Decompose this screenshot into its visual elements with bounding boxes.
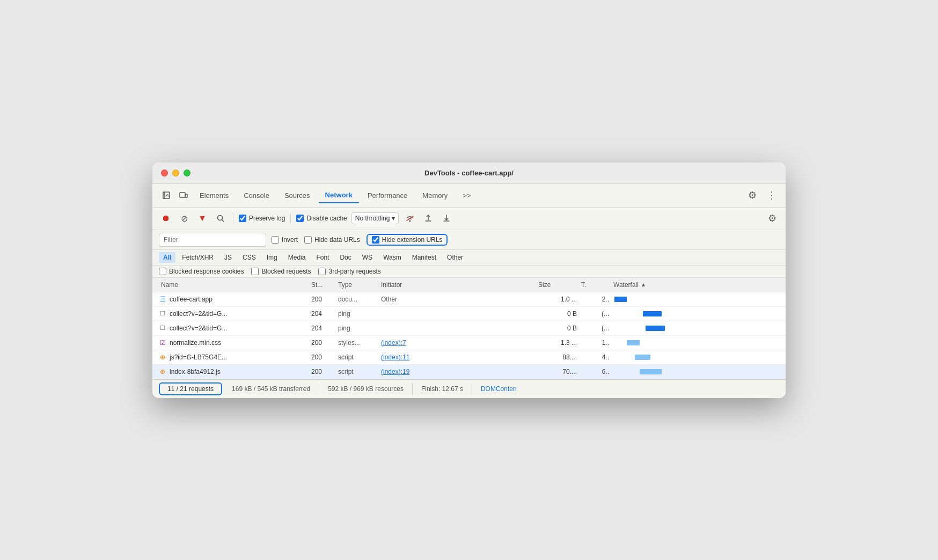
blocked-requests-label[interactable]: Blocked requests bbox=[251, 268, 311, 275]
throttle-chevron-icon: ▾ bbox=[392, 215, 395, 222]
tab-memory[interactable]: Memory bbox=[416, 188, 454, 203]
type-js[interactable]: JS bbox=[220, 252, 236, 263]
tab-console[interactable]: Console bbox=[237, 188, 276, 203]
waterfall-cell bbox=[611, 310, 768, 318]
maximize-button[interactable] bbox=[184, 170, 190, 176]
type-media[interactable]: Media bbox=[284, 252, 310, 263]
row-size: 1.3 ... bbox=[536, 339, 579, 347]
row-status: 204 bbox=[309, 310, 336, 318]
search-icon[interactable] bbox=[214, 211, 228, 225]
blocked-requests-checkbox[interactable] bbox=[251, 268, 259, 275]
svg-rect-3 bbox=[185, 194, 187, 197]
cursor-icon[interactable] bbox=[159, 188, 174, 203]
waterfall-cell bbox=[611, 338, 768, 347]
disable-cache-checkbox[interactable] bbox=[296, 215, 304, 222]
row-name-cell: ⊕ index-8bfa4912.js bbox=[159, 368, 309, 375]
tab-performance[interactable]: Performance bbox=[361, 188, 414, 203]
separator2 bbox=[290, 213, 291, 224]
type-ws[interactable]: WS bbox=[358, 252, 377, 263]
upload-icon[interactable] bbox=[421, 211, 435, 225]
row-status: 200 bbox=[309, 353, 336, 361]
row-name-cell: ☰ coffee-cart.app bbox=[159, 296, 309, 303]
close-button[interactable] bbox=[161, 170, 168, 176]
type-css[interactable]: CSS bbox=[238, 252, 260, 263]
col-size[interactable]: Size bbox=[536, 281, 579, 289]
row-time: (... bbox=[579, 325, 611, 332]
preserve-log-label[interactable]: Preserve log bbox=[239, 215, 285, 222]
type-doc[interactable]: Doc bbox=[335, 252, 355, 263]
resources-size: 592 kB / 969 kB resources bbox=[319, 383, 413, 395]
tab-network[interactable]: Network bbox=[319, 188, 359, 203]
network-table: ☰ coffee-cart.app 200 docu... Other 1.0 … bbox=[152, 292, 786, 379]
tab-elements[interactable]: Elements bbox=[193, 188, 235, 203]
title-bar: DevTools - coffee-cart.app/ bbox=[152, 163, 786, 184]
row-initiator[interactable]: (index):7 bbox=[379, 339, 536, 347]
table-row[interactable]: ☐ collect?v=2&tid=G... 204 ping 0 B (... bbox=[152, 321, 786, 336]
hide-data-urls-checkbox[interactable] bbox=[304, 236, 312, 244]
invert-checkbox[interactable] bbox=[272, 236, 279, 244]
invert-label[interactable]: Invert bbox=[272, 236, 298, 244]
row-filename: normalize.min.css bbox=[170, 339, 221, 347]
col-type[interactable]: Type bbox=[336, 281, 379, 289]
network-settings-icon[interactable]: ⚙ bbox=[765, 211, 779, 225]
col-waterfall[interactable]: Waterfall ▲ bbox=[611, 281, 768, 289]
row-size: 0 B bbox=[536, 310, 579, 318]
table-row[interactable]: ☰ coffee-cart.app 200 docu... Other 1.0 … bbox=[152, 292, 786, 307]
filter-icon[interactable]: ▼ bbox=[195, 211, 209, 225]
type-wasm[interactable]: Wasm bbox=[379, 252, 406, 263]
preserve-log-checkbox[interactable] bbox=[239, 215, 246, 222]
type-fetch-xhr[interactable]: Fetch/XHR bbox=[178, 252, 218, 263]
third-party-checkbox[interactable] bbox=[318, 268, 326, 275]
row-type: styles... bbox=[336, 339, 379, 347]
finish-time: Finish: 12.67 s bbox=[413, 383, 472, 395]
col-name[interactable]: Name bbox=[159, 281, 309, 289]
third-party-label[interactable]: 3rd-party requests bbox=[318, 268, 380, 275]
disable-cache-label[interactable]: Disable cache bbox=[296, 215, 347, 222]
tab-sources[interactable]: Sources bbox=[278, 188, 317, 203]
traffic-lights bbox=[161, 170, 190, 176]
hide-extension-label[interactable]: Hide extension URLs bbox=[372, 236, 443, 244]
svg-line-5 bbox=[222, 219, 224, 222]
responsive-icon[interactable] bbox=[176, 188, 191, 203]
hide-data-urls-label[interactable]: Hide data URLs bbox=[304, 236, 360, 244]
col-initiator[interactable]: Initiator bbox=[379, 281, 536, 289]
table-row[interactable]: ☐ collect?v=2&tid=G... 204 ping 0 B (... bbox=[152, 307, 786, 321]
network-conditions-icon[interactable] bbox=[403, 211, 417, 225]
more-options-icon[interactable]: ⋮ bbox=[764, 188, 779, 203]
row-name-cell: ☐ collect?v=2&tid=G... bbox=[159, 310, 309, 318]
row-filename: index-8bfa4912.js bbox=[170, 368, 221, 375]
type-other[interactable]: Other bbox=[443, 252, 467, 263]
col-time[interactable]: T. bbox=[579, 281, 611, 289]
devtools-tabs: Elements Console Sources Network Perform… bbox=[152, 184, 786, 208]
filter-input[interactable] bbox=[159, 233, 266, 247]
col-status[interactable]: St... bbox=[309, 281, 336, 289]
row-name-cell: ⊕ js?id=G-LB75G4E... bbox=[159, 353, 309, 361]
row-initiator: Other bbox=[379, 296, 536, 303]
type-all[interactable]: All bbox=[159, 252, 175, 263]
row-filename: collect?v=2&tid=G... bbox=[170, 325, 227, 332]
row-initiator[interactable]: (index):11 bbox=[379, 353, 536, 361]
table-row[interactable]: ⊕ js?id=G-LB75G4E... 200 script (index):… bbox=[152, 350, 786, 365]
record-button[interactable]: ⏺ bbox=[159, 211, 173, 225]
table-row[interactable]: ☑ normalize.min.css 200 styles... (index… bbox=[152, 336, 786, 350]
download-icon[interactable] bbox=[439, 211, 453, 225]
minimize-button[interactable] bbox=[172, 170, 179, 176]
row-status: 200 bbox=[309, 296, 336, 303]
row-name-cell: ☐ collect?v=2&tid=G... bbox=[159, 325, 309, 332]
blocked-cookies-label[interactable]: Blocked response cookies bbox=[159, 268, 244, 275]
type-font[interactable]: Font bbox=[312, 252, 333, 263]
type-filter-row: All Fetch/XHR JS CSS Img Media Font Doc … bbox=[152, 250, 786, 266]
dom-content: DOMConten bbox=[472, 383, 525, 395]
hide-extension-checkbox[interactable] bbox=[372, 236, 379, 244]
type-manifest[interactable]: Manifest bbox=[408, 252, 441, 263]
type-img[interactable]: Img bbox=[262, 252, 282, 263]
row-time: 2.. bbox=[579, 296, 611, 303]
tab-more[interactable]: >> bbox=[456, 188, 477, 203]
row-initiator[interactable]: (index):19 bbox=[379, 368, 536, 375]
table-row[interactable]: ⊕ index-8bfa4912.js 200 script (index):1… bbox=[152, 365, 786, 379]
throttle-select[interactable]: No throttling ▾ bbox=[351, 212, 399, 224]
row-name-cell: ☑ normalize.min.css bbox=[159, 339, 309, 347]
settings-icon[interactable]: ⚙ bbox=[745, 188, 760, 203]
blocked-cookies-checkbox[interactable] bbox=[159, 268, 166, 275]
clear-button[interactable]: ⊘ bbox=[177, 211, 191, 225]
